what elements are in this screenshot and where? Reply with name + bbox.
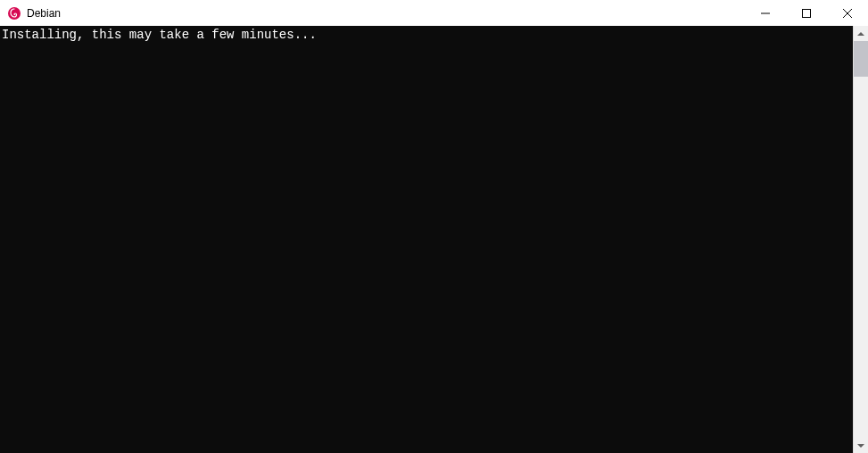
scroll-track[interactable] (854, 41, 868, 438)
titlebar: Debian (0, 0, 868, 26)
vertical-scrollbar[interactable] (853, 26, 868, 453)
debian-swirl-icon (7, 6, 21, 21)
maximize-icon (802, 9, 811, 18)
titlebar-left: Debian (0, 6, 61, 21)
terminal-output[interactable]: Installing, this may take a few minutes.… (0, 26, 853, 453)
maximize-button[interactable] (786, 0, 827, 26)
scroll-up-button[interactable] (854, 26, 868, 41)
scroll-thumb[interactable] (854, 41, 868, 77)
terminal-wrapper: Installing, this may take a few minutes.… (0, 26, 868, 453)
close-icon (843, 9, 852, 18)
terminal-line: Installing, this may take a few minutes.… (2, 28, 317, 42)
svg-rect-2 (803, 9, 811, 17)
minimize-icon (761, 9, 770, 18)
chevron-up-icon (857, 32, 864, 36)
minimize-button[interactable] (745, 0, 786, 26)
window-controls (745, 0, 868, 26)
scroll-down-button[interactable] (854, 438, 868, 453)
close-button[interactable] (827, 0, 868, 26)
chevron-down-icon (857, 444, 864, 448)
window-title: Debian (27, 7, 61, 20)
